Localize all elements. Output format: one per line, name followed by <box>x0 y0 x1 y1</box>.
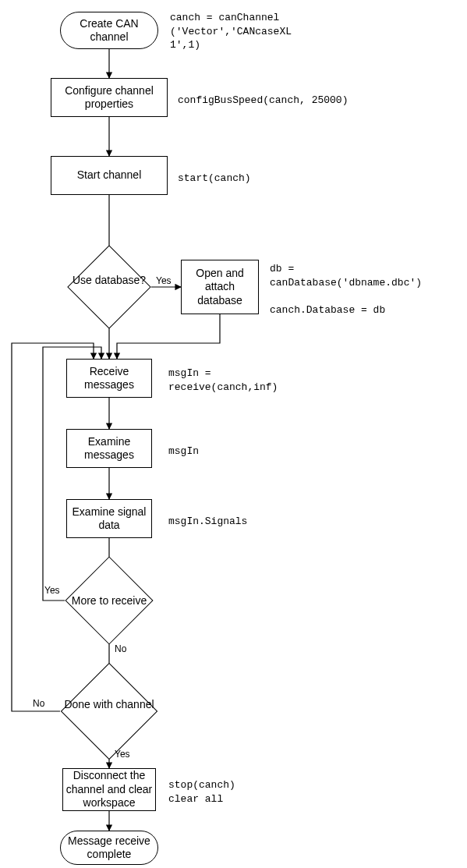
code-create: canch = canChannel ('Vector','CANcaseXL … <box>170 11 292 52</box>
code-exam-msg: msgIn <box>168 445 199 459</box>
node-disconnect: Disconnect the channel and clear workspa… <box>62 768 156 811</box>
node-label: Disconnect the channel and clear workspa… <box>63 769 155 810</box>
node-configure: Configure channel properties <box>51 78 168 117</box>
node-label: More to receive <box>72 594 147 607</box>
code-config: configBusSpeed(canch, 25000) <box>178 94 348 108</box>
node-label: Start channel <box>77 168 142 182</box>
node-label: Use database? <box>73 274 146 286</box>
code-receive: msgIn = receive(canch,inf) <box>168 367 278 394</box>
node-label: Open and attach database <box>182 267 258 308</box>
node-label: Create CAN channel <box>61 17 157 44</box>
code-exam-sig: msgIn.Signals <box>168 515 247 529</box>
edge-usedb-yes: Yes <box>156 275 172 286</box>
node-open-database: Open and attach database <box>181 260 259 314</box>
node-label: Examine signal data <box>67 505 151 533</box>
node-examine-signal: Examine signal data <box>66 499 152 538</box>
node-complete: Message receive complete <box>60 831 158 865</box>
edge-more-no: No <box>115 643 126 654</box>
code-disconnect: stop(canch) clear all <box>168 778 235 806</box>
node-label: Configure channel properties <box>51 84 167 112</box>
node-start: Start channel <box>51 156 168 195</box>
node-label: Examine messages <box>67 435 151 462</box>
node-label: Done with channel <box>64 698 154 710</box>
edge-more-yes: Yes <box>44 585 60 596</box>
code-start: start(canch) <box>178 172 251 186</box>
node-label: Receive messages <box>67 365 151 392</box>
node-receive: Receive messages <box>66 359 152 398</box>
node-create-channel: Create CAN channel <box>60 12 158 49</box>
edge-done-yes: Yes <box>115 749 130 760</box>
code-opendb: db = canDatabase('dbname.dbc') canch.Dat… <box>270 262 422 317</box>
node-examine-messages: Examine messages <box>66 429 152 468</box>
edge-done-no: No <box>33 698 44 709</box>
node-label: Message receive complete <box>61 834 157 862</box>
